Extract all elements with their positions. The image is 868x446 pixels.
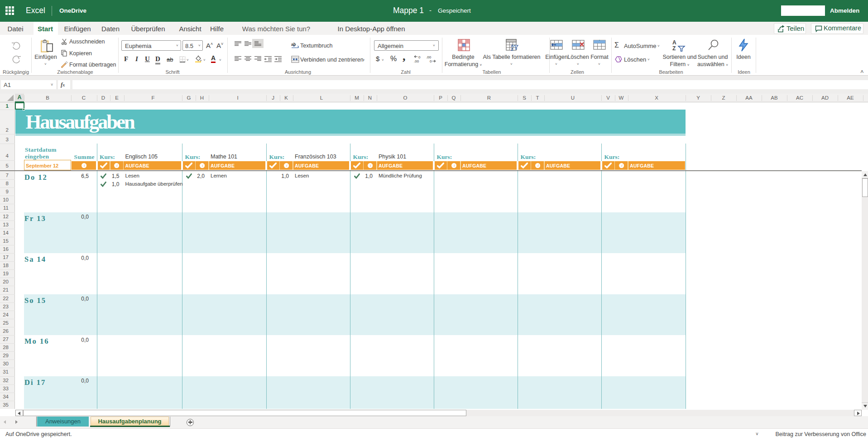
svg-text:A: A xyxy=(672,39,676,46)
svg-text:Z: Z xyxy=(672,45,676,52)
svg-text:0: 0 xyxy=(418,55,421,59)
svg-text:Z: Z xyxy=(511,47,513,51)
svg-text:.00: .00 xyxy=(414,59,419,63)
svg-text:.00: .00 xyxy=(426,55,432,59)
